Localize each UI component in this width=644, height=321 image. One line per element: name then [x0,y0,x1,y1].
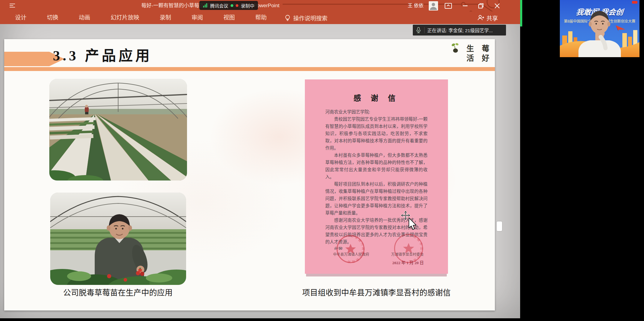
lightbulb-icon [285,15,290,21]
recording-badge-icon [632,1,637,4]
meeting-overlay[interactable]: 腾讯会议 录制中 [199,1,258,10]
thank-you-letter: 感 谢 信 河南农业大学园艺学院: 贵校园艺学院园艺专业学生王祎祎带领莓好-一颗… [305,79,448,274]
scrollbar-thumb[interactable] [497,221,502,231]
tellme-label: 操作说明搜索 [293,14,327,22]
ribbon-display-options-button[interactable] [441,0,455,11]
restore-button[interactable] [474,0,488,11]
mouse-cursor [400,210,419,232]
tab-help[interactable]: 帮助 [245,11,277,24]
signal-icon [203,3,208,8]
account-name[interactable]: 王 依依 [408,0,423,11]
brand-logo: 生活 莓好 [451,45,490,64]
caption-right: 项目组收到中牟县万滩镇李显吾村的感谢信 [289,286,464,298]
letter-title: 感 谢 信 [305,92,448,103]
ribbon-tab-bar: 设计 切换 动画 幻灯片放映 录制 审阅 视图 帮助 操作说明搜索 共享 [0,11,520,24]
tab-record[interactable]: 录制 [149,11,181,24]
letter-salutation: 河南农业大学园艺学院: [325,108,428,116]
photo-greenhouse-rows [49,79,187,181]
tab-review[interactable]: 审阅 [181,11,213,24]
screen-share-border [520,0,522,26]
logo-text-col1: 生活 [464,45,475,64]
recording-dot-icon [236,4,238,7]
meeting-app-label: 腾讯会议 [210,2,228,9]
caption-left: 公司脱毒草莓苗在生产中的应用 [40,286,196,298]
tab-slideshow[interactable]: 幻灯片放映 [100,11,149,24]
avatar[interactable] [429,1,438,11]
tellme-search[interactable]: 操作说明搜索 [285,14,327,22]
official-stamp-left: 中牟县万滩镇人民政府 [336,234,366,264]
speaker-person [578,11,621,57]
tab-view[interactable]: 视图 [213,11,245,24]
sprout-icon [451,43,459,56]
screen: 莓好-一颗有智慧的小草莓互联网+大赛5.29.pptx - PowerPoint… [0,0,644,321]
quick-access-toolbar-icon[interactable] [9,3,16,8]
tab-transitions[interactable]: 切换 [37,11,69,24]
official-stamp-right: 万滩镇李显吾村委会 [393,233,424,264]
paper-plane-icon [616,25,625,31]
title-underline-bar [4,67,495,71]
video-scene [560,0,639,57]
tab-design[interactable]: 设计 [5,11,37,24]
share-button[interactable]: 共享 [477,11,498,24]
close-button[interactable] [490,0,504,11]
speaking-status-text: 正在讲话: 李金保; 21级园艺学... [427,27,493,33]
divider [424,27,425,33]
tab-animations[interactable]: 动画 [69,11,100,24]
letter-paragraph: 贵校园艺学院园艺专业学生王祎祎带领莓好-一颗有智慧的小草莓团队成员到本村以来，利… [325,116,428,152]
person-add-icon [477,15,484,21]
speaking-notification-bar[interactable]: 正在讲话: 李金保; 21级园艺学... [413,25,506,35]
participant-video-feed[interactable]: 我敢闯 我会创 第8届中国国际“互联网+”大学生创新创业大赛 [560,0,639,57]
connection-status-icon [231,4,233,7]
share-label: 共享 [486,14,498,22]
microphone-icon [416,26,422,34]
recording-label: 录制中 [241,2,254,9]
titlebar: 莓好-一颗有智慧的小草莓互联网+大赛5.29.pptx - PowerPoint… [0,0,520,11]
slide-title: 3.3 产品应用 [53,44,152,65]
photo-farmer-crouching [50,193,186,285]
minimize-button[interactable] [458,0,472,11]
slide-canvas: 3.3 产品应用 生活 莓好 [4,39,495,310]
logo-text-col2: 莓好 [479,45,490,64]
letter-paragraph: 本村虽有众多草莓种植户，但大多数都不太熟悉草莓种植方法，对各种草莓的品种的特性也… [325,152,428,181]
shared-powerpoint-window: 莓好-一颗有智慧的小草莓互联网+大赛5.29.pptx - PowerPoint… [0,0,520,318]
